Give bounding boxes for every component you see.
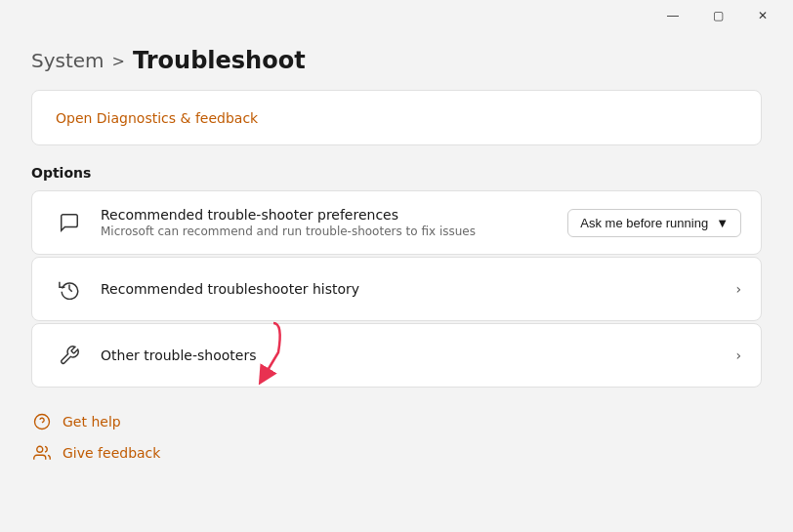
option-action-preferences: Ask me before running ▼ bbox=[567, 209, 741, 237]
option-item-other[interactable]: Other trouble-shooters › bbox=[31, 323, 762, 388]
chevron-down-icon: ▼ bbox=[716, 216, 729, 230]
main-content: System > Troubleshoot Open Diagnostics &… bbox=[0, 31, 793, 487]
option-text-preferences: Recommended trouble-shooter preferences … bbox=[101, 207, 567, 238]
get-help-link[interactable]: Get help bbox=[31, 411, 762, 432]
option-title-other: Other trouble-shooters bbox=[101, 348, 735, 363]
maximize-button[interactable]: ▢ bbox=[695, 0, 740, 31]
history-icon bbox=[52, 271, 87, 307]
diagnostics-link[interactable]: Open Diagnostics & feedback bbox=[56, 110, 258, 126]
option-title-preferences: Recommended trouble-shooter preferences bbox=[101, 207, 567, 223]
options-list: Recommended trouble-shooter preferences … bbox=[31, 190, 762, 388]
page-title: Troubleshoot bbox=[133, 47, 306, 74]
option-title-history: Recommended troubleshooter history bbox=[101, 281, 735, 297]
option-action-other: › bbox=[735, 348, 741, 363]
option-text-other: Other trouble-shooters bbox=[101, 348, 735, 363]
breadcrumb-separator: > bbox=[112, 52, 125, 70]
breadcrumb: System > Troubleshoot bbox=[31, 47, 762, 74]
give-feedback-link[interactable]: Give feedback bbox=[31, 442, 762, 464]
breadcrumb-system[interactable]: System bbox=[31, 49, 104, 72]
option-item-preferences[interactable]: Recommended trouble-shooter preferences … bbox=[31, 190, 762, 255]
chevron-right-icon: › bbox=[735, 281, 741, 297]
option-action-history: › bbox=[735, 281, 741, 297]
minimize-button[interactable]: — bbox=[650, 0, 695, 31]
svg-point-0 bbox=[35, 415, 50, 430]
close-button[interactable]: ✕ bbox=[740, 0, 785, 31]
get-help-label: Get help bbox=[63, 414, 121, 430]
chat-icon bbox=[52, 205, 87, 240]
footer-links: Get help Give feedback bbox=[31, 411, 762, 464]
chevron-right-icon-other: › bbox=[735, 348, 741, 363]
title-bar: — ▢ ✕ bbox=[0, 0, 793, 31]
give-feedback-label: Give feedback bbox=[63, 445, 160, 461]
options-section-label: Options bbox=[31, 165, 762, 181]
preferences-dropdown[interactable]: Ask me before running ▼ bbox=[567, 209, 741, 237]
option-text-history: Recommended troubleshooter history bbox=[101, 281, 735, 297]
option-subtitle-preferences: Microsoft can recommend and run trouble-… bbox=[101, 225, 567, 238]
option-item-history[interactable]: Recommended troubleshooter history › bbox=[31, 257, 762, 321]
dropdown-label: Ask me before running bbox=[580, 216, 708, 230]
diagnostics-card: Open Diagnostics & feedback bbox=[31, 90, 762, 145]
help-icon bbox=[31, 411, 53, 432]
wrench-icon bbox=[52, 338, 87, 373]
feedback-icon bbox=[31, 442, 53, 464]
svg-point-2 bbox=[37, 446, 43, 452]
